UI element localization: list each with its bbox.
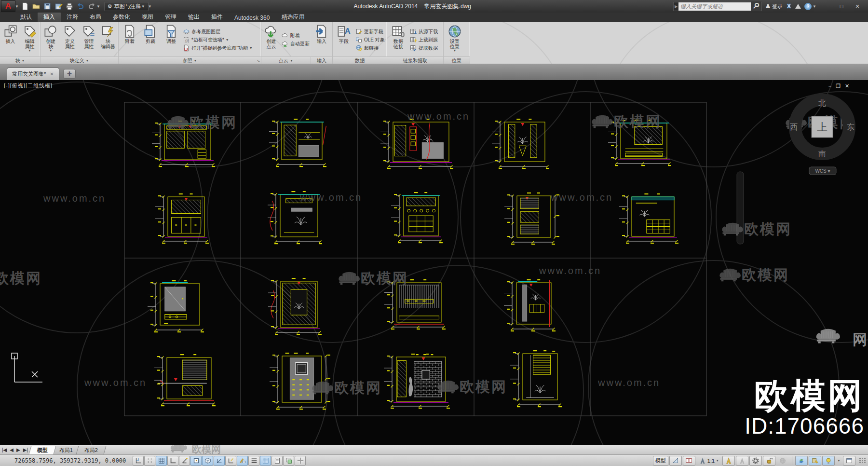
ribbon-button-插入[interactable]: 插入 — [1, 23, 20, 56]
search-input[interactable] — [678, 2, 751, 11]
dynamic-ucs-toggle[interactable] — [225, 456, 236, 466]
panel-title-参照[interactable]: 参照▼ — [119, 56, 261, 64]
ribbon-tab-插件[interactable]: 插件 — [205, 13, 229, 22]
ribbon-row-button[interactable]: 提取数据 — [410, 44, 438, 52]
panel-title-块[interactable]: 块▼ — [0, 56, 40, 64]
clean-screen-button[interactable] — [843, 456, 855, 466]
ribbon-button-定义属性[interactable]: 定义属性 — [61, 23, 80, 56]
new-drawing-tab-button[interactable]: ✚ — [63, 69, 76, 79]
toolbar-lock-button[interactable]: 1 — [763, 456, 775, 466]
ribbon-tab-管理[interactable]: 管理 — [159, 13, 182, 22]
dialog-launcher-icon[interactable]: ↘ — [257, 59, 260, 63]
ribbon-button-编辑属性[interactable]: 编辑属性 ▼ — [20, 23, 39, 56]
tab-model[interactable]: 模型 — [28, 446, 56, 454]
ribbon-tab-布局[interactable]: 布局 — [84, 13, 107, 22]
undo-caret-icon[interactable]: ▼ — [96, 4, 100, 9]
ribbon-row-button[interactable]: (3)*边框可变选项* ▼ — [183, 36, 253, 43]
ribbon-row-button[interactable]: 更新字段 — [355, 28, 385, 35]
ribbon-row-button[interactable]: 参考底图图层 — [183, 28, 253, 35]
dynamic-input-toggle[interactable] — [237, 456, 248, 466]
ribbon-button-调整[interactable]: 调整 — [161, 23, 181, 56]
ribbon-button-创建块[interactable]: 创建块 ▼ — [41, 23, 60, 56]
signin-button[interactable]: 👤︎ 登录 — [764, 3, 784, 10]
grid-display-toggle[interactable] — [156, 456, 167, 466]
maximize-button[interactable]: □ — [835, 2, 848, 11]
model-space-button[interactable]: 模型 — [653, 456, 668, 466]
ribbon-tab-参数化[interactable]: 参数化 — [107, 13, 136, 22]
panel-title-块定义[interactable]: 块定义▼ — [41, 56, 118, 64]
object-snap-toggle[interactable] — [190, 456, 202, 466]
quick-view-drawings-button[interactable] — [683, 456, 695, 466]
ribbon-button-剪裁[interactable]: 剪裁 — [140, 23, 161, 56]
resize-grip[interactable] — [859, 458, 866, 463]
object-snap-tracking-toggle[interactable] — [214, 456, 225, 466]
polar-tracking-toggle[interactable] — [179, 456, 190, 466]
panel-title-输入[interactable]: 输入 — [311, 56, 332, 64]
ribbon-tab-默认[interactable]: 默认 — [14, 13, 38, 22]
ribbon-button-数据链接[interactable]: 数据链接 — [388, 23, 408, 56]
application-menu-button[interactable]: A — [1, 0, 15, 12]
infer-constraints-toggle[interactable] — [133, 456, 144, 466]
viewport-minimize-icon[interactable]: – — [828, 83, 831, 89]
help-caret-icon[interactable]: ▼ — [813, 4, 816, 9]
status-overflow-caret-icon[interactable]: ▼ — [837, 459, 841, 462]
file-tab[interactable]: 常用玄关图集* ✕ — [7, 68, 59, 80]
transparency-toggle[interactable] — [260, 456, 271, 466]
viewport-controls-label[interactable]: [-][俯视][二维线框] — [4, 82, 53, 89]
snap-mode-toggle[interactable] — [144, 456, 155, 466]
ribbon-row-button[interactable]: 超链接 — [355, 44, 385, 52]
last-layout-icon[interactable]: ▶| — [23, 447, 28, 452]
panel-title-链接和提取[interactable]: 链接和提取 — [387, 56, 443, 64]
file-tab-close-icon[interactable]: ✕ — [50, 71, 54, 77]
tab-layout2[interactable]: 布局2 — [76, 446, 107, 454]
ribbon-row-button[interactable]: 上载到源 — [410, 36, 438, 43]
object-snap-3d-toggle[interactable] — [202, 456, 213, 466]
open-file-button[interactable] — [31, 1, 41, 11]
ribbon-button-块编辑器[interactable]: 块编辑器 — [99, 23, 118, 56]
selection-cycling-toggle[interactable] — [283, 456, 294, 466]
ortho-mode-toggle[interactable] — [167, 456, 178, 466]
ribbon-tab-Autodesk 360[interactable]: Autodesk 360 — [229, 14, 275, 22]
ribbon-row-button[interactable]: 自动更新 — [282, 41, 310, 48]
app-menu-caret-icon[interactable]: ▼ — [15, 4, 19, 9]
ribbon-row-button[interactable]: 附着 — [282, 32, 310, 40]
save-button[interactable] — [42, 1, 53, 11]
prev-layout-icon[interactable]: ◀ — [10, 447, 14, 452]
ribbon-button-创建点云[interactable]: 创建点云 — [262, 23, 280, 56]
isolate-objects-button[interactable] — [795, 456, 808, 466]
ribbon-button-输入[interactable]: 输入 — [312, 23, 331, 56]
panel-title-点云[interactable]: 点云▼ — [261, 56, 311, 64]
quick-view-layouts-button[interactable] — [669, 456, 682, 466]
quick-properties-toggle[interactable] — [271, 456, 283, 466]
performance-tuner-button[interactable] — [822, 456, 835, 466]
hardware-acceleration-button[interactable] — [809, 456, 821, 466]
annotation-autoscale-button[interactable] — [736, 456, 748, 466]
ribbon-tab-精选应用[interactable]: 精选应用 — [275, 13, 310, 22]
viewport-restore-icon[interactable]: ❐ — [836, 83, 841, 89]
save-as-button[interactable] — [53, 1, 64, 11]
geolocation-button[interactable] — [776, 456, 789, 466]
annotation-visibility-button[interactable] — [722, 456, 735, 466]
navigation-bar[interactable] — [737, 172, 744, 244]
redo-button[interactable] — [86, 1, 97, 11]
search-flyout-icon[interactable]: ▶ — [674, 4, 678, 9]
help-button[interactable]: ? — [804, 3, 812, 10]
next-layout-icon[interactable]: ▶ — [16, 447, 20, 452]
ribbon-row-button[interactable]: OLE 对象 — [355, 36, 385, 43]
close-button[interactable]: ✕ — [851, 2, 864, 11]
ribbon-button-设置位置[interactable]: 设置位置 ▼ — [445, 23, 465, 56]
ribbon-tab-输出[interactable]: 输出 — [182, 13, 205, 22]
ribbon-row-button[interactable]: 打开“捕捉到参考底图”功能▼ — [183, 44, 253, 52]
ribbon-tab-视图[interactable]: 视图 — [136, 13, 159, 22]
workspace-switcher[interactable]: ⚙ 草图与注释 ▼ — [104, 2, 149, 11]
minimize-button[interactable]: – — [819, 2, 832, 11]
drawing-canvas[interactable]: 欧模网 欧模网 欧模网 欧模网 欧模网 欧模网 欧模网 欧模网 欧模网www.o… — [0, 80, 868, 445]
autodesk360-button[interactable] — [794, 4, 802, 9]
ribbon-button-附着[interactable]: 附着 — [120, 23, 140, 56]
ribbon-tab-插入[interactable]: 插入 — [38, 13, 61, 22]
search-binoculars-icon[interactable]: 🔎︎ — [751, 1, 761, 11]
plot-button[interactable] — [64, 1, 75, 11]
ribbon-button-管理属性[interactable]: 管理属性 — [80, 23, 98, 56]
ribbon-row-button[interactable]: 从源下载 — [410, 28, 438, 35]
workspace-switching-button[interactable] — [749, 456, 762, 466]
